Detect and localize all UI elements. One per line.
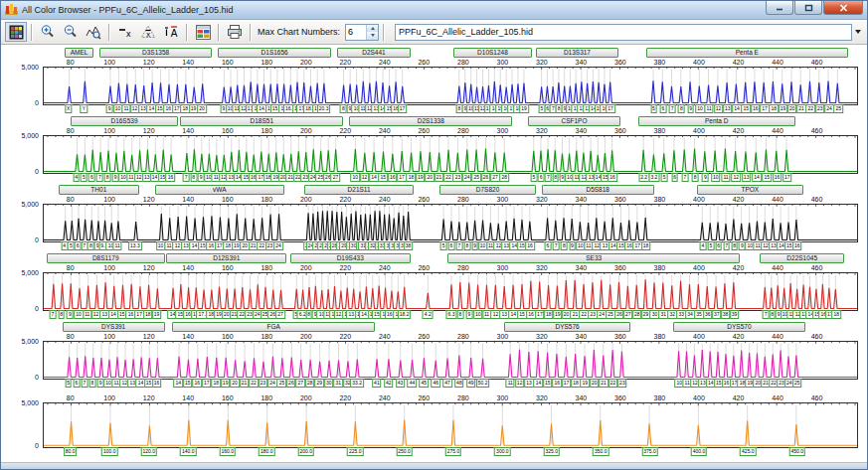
allele-label: 13 — [524, 379, 534, 388]
all-color-button[interactable] — [5, 22, 27, 42]
plot-black[interactable] — [43, 204, 858, 242]
allele-label: 9 — [67, 310, 74, 319]
axis-tick-label: 360 — [614, 393, 626, 402]
print-button[interactable] — [224, 22, 246, 42]
axis-tick-label: 160 — [222, 393, 234, 402]
max-chart-numbers-spinner[interactable]: 6 — [345, 24, 379, 41]
marker-label: D10S1248 — [453, 48, 532, 58]
window-controls — [765, 1, 863, 15]
plot-orange[interactable] — [43, 402, 858, 448]
close-button[interactable] — [823, 1, 863, 15]
toolbar-separator — [108, 24, 110, 41]
maximize-button[interactable] — [794, 1, 822, 15]
axis-tick-label: 400 — [693, 195, 705, 204]
allele-label: 17 — [397, 173, 407, 182]
average-sizing-button[interactable]: x — [137, 22, 159, 42]
axis-tick-label: 380 — [654, 126, 666, 135]
trace-red — [44, 273, 857, 310]
allele-label: 6 — [715, 241, 722, 250]
allele-label: 20 — [197, 104, 207, 113]
plot-blue[interactable] — [43, 67, 858, 105]
axis-tick-label: 80 — [67, 332, 75, 341]
axis-tick-label: 260 — [418, 263, 430, 272]
allele-label: 23 — [453, 173, 463, 182]
y-axis-max-label: 5,000 — [2, 338, 39, 345]
allele-label: 8 — [731, 241, 738, 250]
zoom-chart-button[interactable] — [83, 22, 104, 42]
allele-label: 39 — [730, 310, 740, 319]
allele-label: 8 — [89, 379, 96, 388]
axis-tick-label: 160 — [222, 195, 234, 204]
spinner-down-button[interactable] — [367, 32, 378, 40]
axis-tick-label: 220 — [339, 263, 351, 272]
axis-tick-label: 140 — [182, 126, 194, 135]
zoom-in-button[interactable] — [37, 22, 59, 42]
axis-tick-row: 8010012014016018020022024026028030032034… — [2, 393, 866, 402]
axis-tick-label: 280 — [457, 195, 469, 204]
allele-label: 8 — [190, 173, 197, 182]
axis-tick-label: 220 — [339, 332, 351, 341]
axis-tick-label: 340 — [576, 126, 588, 135]
axis-tick-label: 100 — [103, 195, 115, 204]
plot-magenta[interactable] — [43, 341, 858, 380]
allele-label: 38 — [404, 241, 414, 250]
marker-row: TH01vWAD21S11D7S820D5S818TPOX — [2, 185, 866, 195]
axis-tick-label: 100 — [103, 393, 115, 402]
axis-tick-label: 440 — [772, 195, 783, 204]
allele-label: 7 — [183, 173, 190, 182]
axis-tick-label: 120 — [143, 332, 155, 341]
axis-tick-label: 180 — [260, 195, 272, 204]
color-table-button[interactable] — [192, 22, 214, 42]
allele-label: 17 — [760, 104, 770, 113]
chart-row-black: TH01vWAD21S11D7S820D5S818TPOX80100120140… — [2, 185, 866, 251]
allele-label: 4.2 — [423, 310, 434, 319]
toolbar-overflow-button[interactable] — [853, 30, 863, 34]
plot-red[interactable] — [43, 272, 858, 311]
remove-sizing-button[interactable]: x — [114, 22, 136, 42]
marker-label: D5S818 — [542, 185, 654, 195]
allele-label: 14 — [534, 379, 544, 388]
y-axis-max-label: 5,000 — [2, 269, 39, 276]
chart-area: 5,0000 — [2, 67, 866, 103]
allele-label: 12 — [714, 104, 724, 113]
allele-label: 12 — [515, 379, 525, 388]
allele-label: 22 — [443, 173, 453, 182]
axis-tick-label: 420 — [733, 126, 745, 135]
allele-label: 19 — [519, 104, 529, 113]
y-axis-zero-label: 0 — [2, 168, 39, 175]
toolbar: x x A — [1, 20, 867, 45]
axis-tick-label: 460 — [811, 195, 823, 204]
filename-field[interactable] — [395, 24, 852, 41]
axis-tick-label: 200 — [300, 58, 312, 67]
marker-row: D16S539D18S51D2S1338CSF1POPenta D — [2, 116, 866, 126]
axis-tick-label: 80 — [67, 126, 75, 135]
allele-label: 15 — [379, 173, 389, 182]
allele-label: 19 — [221, 379, 231, 388]
plot-green[interactable] — [43, 135, 858, 174]
allele-label: 18.2 — [398, 310, 412, 319]
axis-tick-label: 260 — [418, 58, 430, 67]
size-label: 250.0 — [396, 447, 413, 456]
axis-tick-label: 120 — [143, 263, 155, 272]
allele-label: 5 — [650, 104, 657, 113]
allele-label: 6 — [659, 104, 666, 113]
spinner-up-button[interactable] — [367, 25, 378, 33]
marker-label: CSF1PO — [528, 116, 620, 126]
axis-tick-label: 100 — [103, 58, 115, 67]
axis-tick-label: 420 — [733, 393, 745, 402]
minimize-button[interactable] — [766, 1, 793, 15]
axis-tick-label: 340 — [576, 195, 588, 204]
allele-label: 20.3 — [317, 104, 331, 113]
allele-label: 21 — [434, 173, 444, 182]
title-bar[interactable]: All Color Browser - PPFu_6C_Allelic_Ladd… — [1, 1, 867, 20]
size-label: 325.0 — [543, 447, 560, 456]
marker-label: D22S1045 — [760, 253, 844, 263]
allele-labels-button[interactable]: A — [160, 22, 182, 42]
allele-label: 19 — [779, 104, 788, 113]
zoom-out-button[interactable] — [60, 22, 82, 42]
allele-label: 7 — [553, 241, 560, 250]
y-axis-max-label: 5,000 — [2, 132, 39, 139]
allele-label: 15 — [183, 379, 193, 388]
marker-label: D2S1338 — [349, 116, 512, 126]
allele-label: 19 — [581, 379, 591, 388]
